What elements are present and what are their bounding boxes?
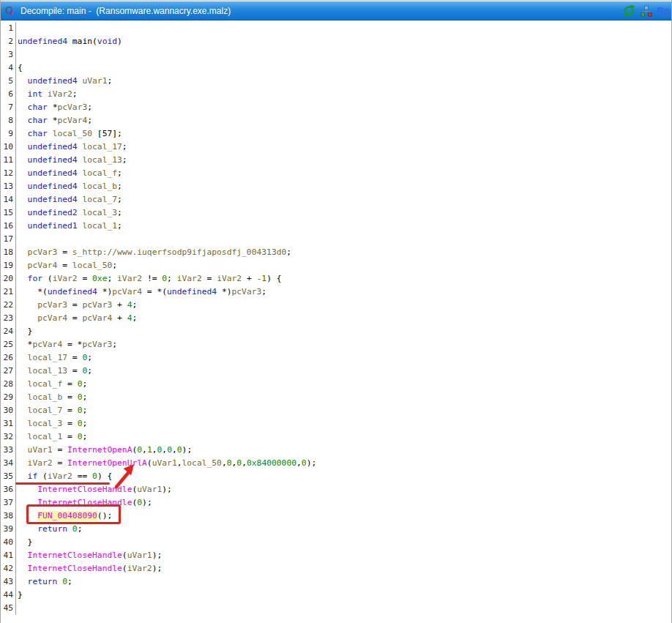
code-line[interactable]: 4{ <box>1 61 671 75</box>
code-token[interactable]: local_13 <box>28 366 67 376</box>
code-token[interactable]: ; <box>117 168 122 178</box>
code-token[interactable]: (); <box>97 511 112 521</box>
code-token[interactable]: local_3 <box>28 419 63 428</box>
code-line[interactable]: 36 InternetCloseHandle(uVar1); <box>1 483 671 496</box>
code-token[interactable]: FUN_00408090 <box>37 511 97 521</box>
code-token[interactable]: undefined4 <box>28 195 78 204</box>
code-token[interactable]: ); <box>152 551 163 560</box>
code-token[interactable]: local_f <box>82 168 117 178</box>
code-token[interactable]: = <box>67 300 82 310</box>
code-line[interactable]: 42 InternetCloseHandle(iVar2); <box>1 562 671 575</box>
code-token[interactable]: ; <box>82 406 87 415</box>
refresh-icon[interactable] <box>623 4 635 17</box>
code-token[interactable]: ; <box>117 221 122 231</box>
code-token[interactable]: = <box>53 458 67 468</box>
code-token[interactable]: != <box>142 274 162 283</box>
code-token[interactable]: , <box>152 445 157 455</box>
code-line[interactable]: 34 iVar2 = InternetOpenUrlA(uVar1,local_… <box>1 457 671 470</box>
code-token[interactable]: undefined4 <box>167 287 217 296</box>
code-line[interactable]: 11 undefined4 local_13; <box>1 154 671 167</box>
code-token[interactable]: = <box>62 379 77 389</box>
decompiler-code-area[interactable]: 12undefined4 main(void)34{5 undefined4 u… <box>1 20 671 623</box>
code-token[interactable] <box>18 445 28 455</box>
code-line[interactable]: 16 undefined1 local_1; <box>1 220 671 233</box>
code-line[interactable]: 29 local_b = 0; <box>1 391 671 404</box>
code-token[interactable]: ( <box>147 458 152 468</box>
code-line[interactable]: 7 char *pcVar3; <box>1 101 671 114</box>
code-token[interactable]: *) <box>217 287 231 296</box>
code-token[interactable] <box>18 366 28 376</box>
code-token[interactable]: iVar2 <box>48 89 72 99</box>
code-token[interactable]: ) <box>117 37 122 46</box>
code-token[interactable] <box>18 564 28 573</box>
code-token[interactable]: ; <box>107 76 112 86</box>
code-token[interactable]: = * <box>62 340 82 349</box>
code-token[interactable]: InternetCloseHandle <box>28 564 122 573</box>
code-line[interactable]: 22 pcVar3 = pcVar3 + 4; <box>1 299 671 312</box>
code-token[interactable]: [57]; <box>92 129 122 138</box>
code-token[interactable]: local_b <box>82 182 117 191</box>
code-token[interactable] <box>18 155 28 165</box>
code-token[interactable]: ); <box>182 445 193 455</box>
code-token[interactable]: pcVar3 <box>37 300 67 310</box>
code-token[interactable] <box>18 168 28 178</box>
code-token[interactable]: local_3 <box>82 208 117 217</box>
code-token[interactable]: ; <box>122 142 127 152</box>
code-token[interactable]: InternetOpenUrlA <box>67 458 147 468</box>
code-line[interactable]: 32 local_1 = 0; <box>1 430 671 444</box>
code-token[interactable]: + <box>242 274 256 283</box>
code-token[interactable]: ; <box>107 274 117 283</box>
code-token[interactable]: = <box>62 406 77 415</box>
code-token[interactable]: local_50 <box>72 261 112 270</box>
code-line[interactable]: 35 if (iVar2 == 0) { <box>1 470 671 483</box>
code-token[interactable]: ; <box>82 419 87 428</box>
code-token[interactable]: pcVar3 <box>231 287 261 296</box>
code-token[interactable]: pcVar4 <box>112 287 142 296</box>
code-token[interactable]: ; <box>286 247 291 257</box>
code-line[interactable]: 3 <box>1 48 671 61</box>
code-token[interactable] <box>42 89 48 99</box>
code-token[interactable]: *) <box>97 287 112 296</box>
code-token[interactable]: 0 <box>92 471 97 481</box>
code-line[interactable]: 13 undefined4 local_b; <box>1 180 671 193</box>
code-token[interactable]: , <box>296 458 302 468</box>
code-token[interactable] <box>18 129 28 138</box>
code-line[interactable]: 15 undefined2 local_3; <box>1 206 671 220</box>
code-token[interactable]: InternetCloseHandle <box>28 551 122 560</box>
code-line[interactable]: 30 local_7 = 0; <box>1 404 671 417</box>
code-line[interactable]: 44} <box>1 589 671 602</box>
code-line[interactable]: 6 int iVar2; <box>1 88 671 101</box>
code-token[interactable] <box>18 498 37 507</box>
code-token[interactable]: pcVar4 <box>57 116 87 125</box>
code-token[interactable]: ; <box>82 379 87 389</box>
code-line[interactable]: 33 uVar1 = InternetOpenA(0,1,0,0,0); <box>1 444 671 457</box>
code-token[interactable]: , <box>172 445 177 455</box>
code-token[interactable]: ( <box>122 551 127 560</box>
code-token[interactable] <box>18 419 28 428</box>
code-token[interactable]: void <box>97 37 117 46</box>
code-token[interactable]: for <box>28 274 42 283</box>
code-token[interactable]: undefined4 <box>18 37 67 46</box>
code-token[interactable]: ); <box>162 485 172 494</box>
code-token[interactable]: } <box>18 537 32 547</box>
code-token[interactable]: , <box>242 458 247 468</box>
code-token[interactable]: InternetOpenA <box>67 445 132 455</box>
code-token[interactable]: { <box>18 63 23 72</box>
code-token[interactable]: *( <box>18 287 48 296</box>
code-token[interactable]: iVar2 <box>48 471 72 481</box>
code-token[interactable]: pcVar3 <box>82 300 112 310</box>
code-token[interactable] <box>18 208 28 217</box>
code-line[interactable]: 12 undefined4 local_f; <box>1 167 671 180</box>
code-token[interactable]: , <box>142 445 147 455</box>
decompiler-panel-titlebar[interactable]: C f Decompile: main - (Ransomware.wannac… <box>1 1 671 20</box>
code-token[interactable] <box>18 485 37 494</box>
code-line[interactable]: 23 pcVar4 = pcVar4 + 4; <box>1 312 671 325</box>
code-token[interactable]: undefined4 <box>48 287 97 296</box>
code-token[interactable]: uVar1 <box>137 485 162 494</box>
code-line[interactable]: 5 undefined4 uVar1; <box>1 75 671 88</box>
code-line[interactable]: 26 local_17 = 0; <box>1 351 671 365</box>
code-token[interactable]: ( <box>122 564 127 573</box>
code-token[interactable]: InternetCloseHandle <box>37 498 132 507</box>
code-token[interactable]: local_50 <box>182 458 222 468</box>
code-token[interactable]: local_13 <box>82 155 122 165</box>
